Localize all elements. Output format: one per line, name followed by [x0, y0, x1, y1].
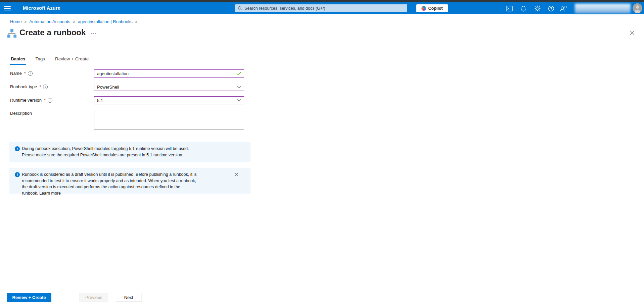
close-pane-icon[interactable]: [630, 31, 635, 37]
previous-button[interactable]: Previous: [80, 293, 108, 302]
breadcrumb-separator: >: [73, 20, 75, 24]
chevron-down-icon: [237, 99, 241, 102]
info-icon: i: [15, 146, 20, 151]
tab-review-create[interactable]: Review + Create: [54, 56, 89, 65]
banner-text: During runbook execution, PowerShell mod…: [22, 146, 197, 158]
copilot-button[interactable]: Copilot: [416, 4, 448, 12]
tab-tags[interactable]: Tags: [35, 56, 46, 65]
feedback-icon[interactable]: [559, 5, 567, 12]
breadcrumb-separator: >: [25, 20, 27, 24]
required-mark: *: [24, 71, 26, 76]
breadcrumb-runbooks[interactable]: agentinstallation | Runbooks: [78, 19, 133, 24]
required-mark: *: [44, 98, 46, 103]
banner-text: Runbook is considered as a draft version…: [22, 171, 197, 196]
cloud-shell-icon[interactable]: [506, 5, 513, 12]
page-title: Create a runbook: [19, 28, 86, 37]
tab-basics[interactable]: Basics: [10, 56, 26, 65]
avatar[interactable]: [633, 3, 642, 13]
account-info-redacted: [575, 4, 631, 13]
next-button[interactable]: Next: [116, 293, 141, 302]
runbook-type-label: Runbook type* i: [10, 84, 48, 89]
runtime-version-info-icon[interactable]: i: [48, 98, 52, 103]
wizard-tabs: Basics Tags Review + Create: [10, 56, 89, 65]
notifications-bell-icon[interactable]: [520, 5, 527, 12]
required-mark: *: [39, 84, 41, 89]
runbook-type-info-icon[interactable]: i: [43, 85, 48, 89]
hamburger-menu-icon[interactable]: [4, 5, 11, 11]
help-icon[interactable]: ?: [547, 5, 555, 12]
breadcrumb-separator: >: [135, 20, 137, 24]
global-search[interactable]: [235, 4, 407, 12]
runtime-info-banner: i During runbook execution, PowerShell m…: [9, 142, 250, 162]
banner-close-icon[interactable]: [235, 171, 238, 177]
browser-chrome-strip: [0, 0, 644, 2]
more-actions-icon[interactable]: ···: [91, 30, 97, 36]
learn-more-link[interactable]: Learn more: [39, 191, 61, 196]
settings-gear-icon[interactable]: [534, 5, 541, 12]
azure-top-bar: Microsoft Azure Copilot: [0, 2, 644, 14]
name-label: Name* i: [10, 71, 33, 76]
search-input[interactable]: [244, 6, 405, 11]
brand-title[interactable]: Microsoft Azure: [23, 5, 60, 11]
description-input[interactable]: [94, 110, 244, 130]
breadcrumb-home[interactable]: Home: [10, 19, 22, 24]
copilot-icon: [421, 6, 426, 11]
breadcrumb-automation-accounts[interactable]: Automation Accounts: [29, 19, 70, 24]
svg-text:?: ?: [550, 7, 552, 10]
info-icon: i: [15, 172, 20, 177]
runbook-type-dropdown[interactable]: PowerShell: [94, 83, 244, 91]
name-info-icon[interactable]: i: [28, 71, 33, 76]
draft-info-banner: i Runbook is considered as a draft versi…: [9, 168, 250, 194]
review-create-button[interactable]: Review + Create: [7, 293, 51, 302]
runbook-icon: [7, 29, 17, 40]
runtime-version-label: Runtime version* i: [10, 98, 52, 103]
runtime-version-dropdown[interactable]: 5.1: [94, 96, 244, 104]
chevron-down-icon: [237, 86, 241, 88]
breadcrumb: Home > Automation Accounts > agentinstal…: [10, 19, 137, 24]
description-label: Description: [10, 111, 32, 116]
name-input[interactable]: [94, 69, 244, 78]
search-icon: [238, 6, 242, 10]
valid-check-icon: [237, 72, 241, 75]
